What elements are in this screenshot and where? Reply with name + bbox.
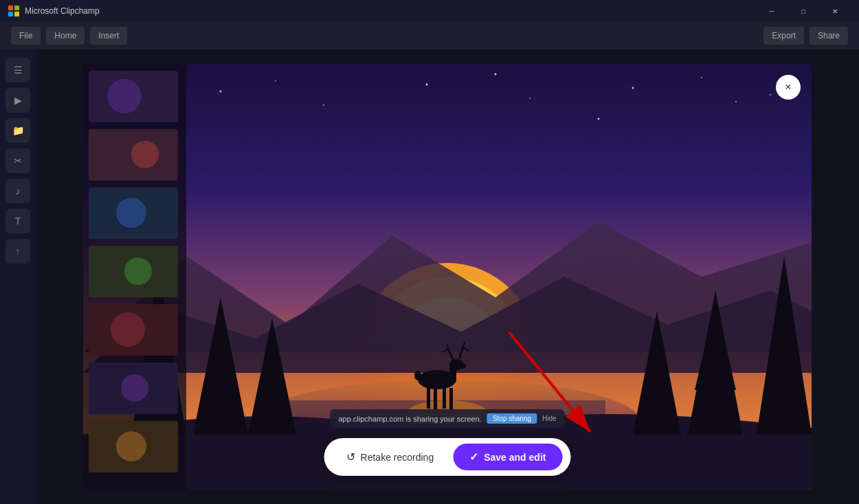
- svg-rect-3: [14, 12, 19, 16]
- app-icon: [8, 5, 19, 16]
- retake-recording-button[interactable]: ↺ Retake recording: [333, 445, 448, 469]
- close-preview-button[interactable]: ×: [776, 75, 801, 100]
- left-sidebar: ☰ ▶ 📁 ✂ ♪ T ↑: [0, 49, 36, 504]
- window-close-button[interactable]: ✕: [819, 0, 851, 22]
- svg-point-60: [111, 312, 145, 347]
- home-button[interactable]: Home: [46, 27, 85, 45]
- save-edit-button[interactable]: ✓ Save and edit: [453, 444, 562, 470]
- svg-point-47: [414, 371, 421, 380]
- app-toolbar: File Home Insert Export Share: [0, 22, 859, 49]
- svg-rect-39: [443, 388, 446, 409]
- svg-point-56: [107, 79, 142, 113]
- sidebar-icon-cut[interactable]: ✂: [5, 148, 30, 173]
- svg-point-36: [459, 363, 466, 369]
- maximize-button[interactable]: □: [788, 0, 819, 22]
- svg-rect-2: [8, 12, 13, 16]
- svg-rect-37: [427, 388, 430, 409]
- hide-sharing-button[interactable]: Hide: [542, 415, 557, 422]
- screen-share-message: app.clipchamp.com is sharing your screen…: [338, 415, 481, 423]
- minimize-button[interactable]: ─: [756, 0, 788, 22]
- main-content: × app.clipchamp.com is sharing your scre…: [36, 49, 859, 504]
- file-button[interactable]: File: [11, 27, 41, 45]
- svg-point-61: [121, 374, 148, 402]
- insert-button[interactable]: Insert: [90, 27, 127, 45]
- svg-point-59: [124, 257, 152, 285]
- sidebar-icon-files[interactable]: 📁: [5, 118, 30, 143]
- svg-point-9: [632, 87, 634, 89]
- svg-point-58: [116, 198, 146, 228]
- action-bar: ↺ Retake recording ✓ Save and edit: [324, 438, 571, 476]
- svg-rect-40: [449, 388, 453, 410]
- retake-icon: ↺: [346, 450, 355, 463]
- sidebar-icon-menu[interactable]: ☰: [5, 58, 30, 82]
- title-bar-text: Microsoft Clipchamp: [25, 6, 756, 16]
- video-preview: × app.clipchamp.com is sharing your scre…: [83, 64, 812, 490]
- share-button[interactable]: Share: [810, 27, 848, 45]
- svg-rect-38: [434, 388, 437, 410]
- title-bar-controls: ─ □ ✕: [756, 0, 851, 22]
- svg-point-12: [598, 118, 600, 120]
- svg-point-6: [323, 104, 324, 106]
- svg-point-57: [131, 141, 159, 168]
- title-bar: Microsoft Clipchamp ─ □ ✕: [0, 0, 859, 22]
- svg-point-15: [495, 73, 497, 76]
- stop-sharing-button[interactable]: Stop sharing: [487, 413, 537, 424]
- svg-point-8: [529, 98, 531, 99]
- svg-point-10: [735, 101, 737, 102]
- save-edit-label: Save and edit: [484, 452, 546, 463]
- sidebar-icon-text[interactable]: T: [5, 209, 30, 233]
- svg-point-14: [275, 80, 276, 82]
- sidebar-icon-export[interactable]: ↑: [5, 239, 30, 264]
- svg-point-7: [426, 84, 428, 86]
- svg-point-5: [220, 91, 222, 93]
- close-preview-icon: ×: [785, 81, 791, 93]
- svg-point-16: [770, 94, 771, 95]
- save-icon: ✓: [469, 450, 478, 463]
- export-button[interactable]: Export: [763, 27, 804, 45]
- sidebar-icon-audio[interactable]: ♪: [5, 179, 30, 203]
- svg-rect-0: [8, 5, 13, 10]
- svg-rect-1: [14, 5, 19, 10]
- screen-share-bar: app.clipchamp.com is sharing your screen…: [330, 409, 564, 428]
- svg-point-13: [701, 77, 702, 78]
- sidebar-icon-media[interactable]: ▶: [5, 88, 30, 113]
- retake-label: Retake recording: [361, 452, 434, 463]
- svg-point-62: [116, 431, 146, 461]
